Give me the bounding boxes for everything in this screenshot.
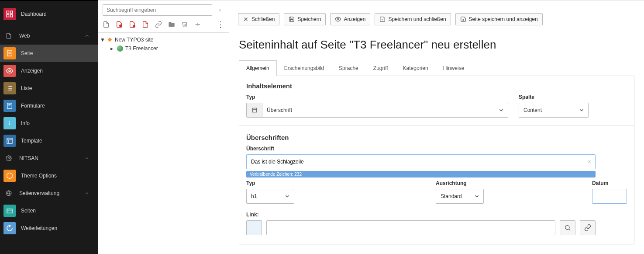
chevron-up-icon <box>84 191 90 196</box>
theme-options-label: Theme Options <box>21 173 98 179</box>
date-label: Datum <box>592 180 627 186</box>
sidebar-item-page[interactable]: Seite <box>0 45 98 62</box>
svg-point-34 <box>337 18 339 20</box>
sidebar-item-redirects[interactable]: Weiterleitungen <box>0 219 98 237</box>
align-label: Ausrichtung <box>436 180 484 186</box>
trash-icon[interactable] <box>181 21 188 28</box>
tree-root-node[interactable]: ▼ ❖ New TYPO3 site <box>100 35 227 44</box>
redirect-icon <box>3 222 16 234</box>
tab-appearance[interactable]: Erscheinungsbild <box>277 60 331 76</box>
sidebar-item-dashboard[interactable]: Dashboard <box>0 1 98 27</box>
clear-input-icon[interactable]: × <box>588 158 591 165</box>
web-label: Web <box>19 33 84 39</box>
content-element-heading: Inhaltselement <box>246 82 627 90</box>
tab-language[interactable]: Sprache <box>331 60 366 76</box>
type-select[interactable]: Überschrift <box>246 103 508 118</box>
chevron-up-icon <box>84 33 90 38</box>
eye-icon <box>3 65 16 77</box>
sidebar-item-view[interactable]: Anzeigen <box>0 62 98 80</box>
sidebar-item-sites[interactable]: Seiten <box>0 202 98 219</box>
close-label: Schließen <box>251 16 275 22</box>
svg-point-22 <box>8 157 10 159</box>
nav-section-site-mgmt[interactable]: Seitenverwaltung <box>0 184 98 202</box>
tree-toggle-icon[interactable]: ▼ <box>100 37 104 43</box>
tree-child-node[interactable]: ▸ T3 Freelancer <box>100 44 227 53</box>
link-input[interactable] <box>266 220 555 235</box>
list-label: Liste <box>21 85 98 91</box>
column-label: Spalte <box>519 94 589 100</box>
link-browser-button[interactable] <box>580 220 596 235</box>
svg-rect-28 <box>133 25 135 27</box>
tab-access[interactable]: Zugriff <box>366 60 396 76</box>
folder-icon[interactable] <box>168 21 175 28</box>
header-input[interactable] <box>246 154 596 169</box>
tree-child-label: T3 Freelancer <box>125 45 158 52</box>
chevron-up-icon <box>84 156 90 161</box>
save-button[interactable]: Speichern <box>284 13 326 25</box>
view-button[interactable]: Anzeigen <box>330 13 370 25</box>
typo3-logo-icon: ❖ <box>106 36 113 43</box>
redirects-label: Weiterleitungen <box>21 225 98 231</box>
svg-point-17 <box>9 122 10 122</box>
column-value: Content <box>519 107 575 113</box>
new-page-shortcut-icon[interactable] <box>142 21 149 28</box>
list-icon <box>3 82 16 94</box>
tab-general[interactable]: Allgemein <box>239 60 277 76</box>
dashboard-icon <box>3 8 16 20</box>
sidebar-item-template[interactable]: Template <box>0 132 98 150</box>
chevron-down-icon <box>495 107 508 113</box>
view-label: Anzeigen <box>21 68 98 74</box>
tree-root-label: New TYPO3 site <box>115 37 153 43</box>
nav-section-web[interactable]: Web <box>0 27 98 45</box>
new-page-inside-icon[interactable] <box>116 21 123 28</box>
save-close-button[interactable]: Speichern und schließen <box>375 13 451 25</box>
forms-label: Formulare <box>21 103 98 109</box>
template-label: Template <box>21 138 98 144</box>
collapse-tree-icon[interactable] <box>216 6 224 14</box>
more-icon[interactable]: ⋮ <box>217 21 224 28</box>
svg-rect-0 <box>7 11 9 13</box>
header-label: Überschrift <box>246 146 596 152</box>
chevron-down-icon <box>470 193 483 199</box>
sidebar-item-forms[interactable]: Formulare <box>0 97 98 115</box>
sidebar-item-theme-options[interactable]: Theme Options <box>0 167 98 184</box>
svg-rect-18 <box>9 123 10 125</box>
page-title: Seiteninhalt auf Seite "T3 Freelancer" n… <box>239 38 634 52</box>
tree-toggle-icon[interactable]: ▸ <box>110 45 115 52</box>
globe-icon <box>4 189 13 198</box>
headers-section-heading: Überschriften <box>246 134 627 141</box>
divider-icon[interactable] <box>194 21 201 28</box>
site-mgmt-label: Seitenverwaltung <box>19 190 84 196</box>
date-input[interactable] <box>592 189 627 204</box>
box-icon <box>3 170 16 182</box>
align-select[interactable]: Standard <box>436 189 484 204</box>
globe-page-icon <box>117 45 124 52</box>
link-icon[interactable] <box>155 21 162 28</box>
svg-rect-25 <box>7 209 12 213</box>
new-page-icon[interactable] <box>103 21 110 28</box>
nav-section-nitsan[interactable]: NITSAN <box>0 150 98 167</box>
sidebar-item-info[interactable]: Info <box>0 115 98 132</box>
htype-select[interactable]: h1 <box>246 189 294 204</box>
type-label: Typ <box>246 94 508 100</box>
dashboard-label: Dashboard <box>21 11 47 17</box>
svg-point-36 <box>462 20 463 21</box>
chevron-down-icon <box>575 107 588 113</box>
save-view-button[interactable]: Seite speichern und anzeigen <box>455 13 543 25</box>
save-view-label: Seite speichern und anzeigen <box>469 16 538 22</box>
svg-rect-3 <box>10 15 13 17</box>
tree-search-input[interactable] <box>103 4 212 16</box>
save-close-label: Speichern und schließen <box>388 16 446 22</box>
tab-categories[interactable]: Kategorien <box>396 60 436 76</box>
new-page-after-icon[interactable] <box>129 21 136 28</box>
header-type-icon <box>247 103 262 117</box>
tab-notes[interactable]: Hinweise <box>436 60 472 76</box>
sidebar-item-list[interactable]: Liste <box>0 80 98 97</box>
svg-point-27 <box>119 24 121 27</box>
save-label: Speichern <box>297 16 321 22</box>
link-prefix-box <box>246 220 262 235</box>
column-select[interactable]: Content <box>519 103 589 118</box>
svg-rect-19 <box>7 138 12 143</box>
close-button[interactable]: Schließen <box>238 13 279 25</box>
link-wizard-button[interactable] <box>560 220 575 235</box>
